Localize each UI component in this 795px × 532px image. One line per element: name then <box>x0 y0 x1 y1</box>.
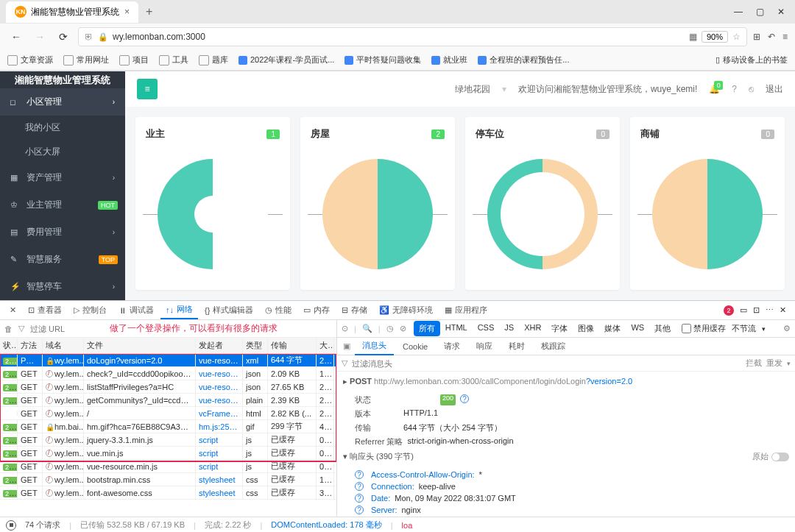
col-initiator[interactable]: 发起者 <box>196 338 243 353</box>
a11y-tab[interactable]: ♿无障碍环境 <box>374 302 438 319</box>
forward-button[interactable]: → <box>31 31 49 43</box>
reload-button[interactable]: ⟳ <box>54 31 72 43</box>
app-tab[interactable]: ▦应用程序 <box>439 302 492 319</box>
new-tab-button[interactable]: + <box>138 5 160 18</box>
inspector-tab[interactable]: ⊡查看器 <box>23 302 67 319</box>
logout-button[interactable]: 退出 <box>766 83 783 96</box>
help-icon[interactable]: ? <box>355 482 364 491</box>
col-method[interactable]: 方法 <box>18 338 43 353</box>
col-type[interactable]: 类型 <box>243 338 268 353</box>
back-button[interactable]: ← <box>7 31 25 43</box>
filter-other[interactable]: 其他 <box>649 321 676 336</box>
network-request-row[interactable]: 200 GET wy.lem... getCommunitys?_uId=ccd… <box>0 394 336 407</box>
bookmark-item[interactable]: 平时答疑问题收集 <box>344 54 421 65</box>
funnel-icon[interactable]: ▽ <box>18 324 24 333</box>
console-tab[interactable]: ▷控制台 <box>68 302 112 319</box>
filter-all[interactable]: 所有 <box>414 321 440 336</box>
close-window-icon[interactable]: ✕ <box>777 7 785 17</box>
filter-media[interactable]: 媒体 <box>599 321 626 336</box>
zoom-level[interactable]: 90% <box>702 31 728 43</box>
funnel-icon[interactable]: ▽ <box>342 358 347 368</box>
bookmark-item[interactable]: 题库 <box>199 54 228 65</box>
debugger-tab[interactable]: ⏸调试器 <box>113 302 159 319</box>
more-icon[interactable]: ⋯ <box>766 305 774 315</box>
request-url-section[interactable]: ▸ POST http://wy.lemonban.com:3000/callC… <box>343 375 789 389</box>
headers-tab[interactable]: 消息头 <box>355 337 394 355</box>
help-icon[interactable]: ? <box>355 470 364 479</box>
sidebar-sub-bigscreen[interactable]: 小区大屏 <box>0 140 125 164</box>
help-icon[interactable]: ? <box>460 394 469 403</box>
stop-icon[interactable] <box>6 520 16 531</box>
responsive-icon[interactable]: ▭ <box>740 305 747 315</box>
filter-headers-input[interactable] <box>352 359 741 368</box>
disable-cache-checkbox[interactable]: 禁用缓存 <box>682 323 726 334</box>
close-devtools-icon[interactable]: ✕ <box>780 305 786 315</box>
settings-icon[interactable]: ⚙ <box>783 324 791 333</box>
trash-icon[interactable]: 🗑 <box>4 324 13 333</box>
filter-font[interactable]: 字体 <box>546 321 573 336</box>
bookmark-star-icon[interactable]: ☆ <box>732 32 741 42</box>
close-tab-icon[interactable]: × <box>124 7 130 17</box>
response-tab[interactable]: 响应 <box>469 338 500 355</box>
col-status[interactable]: 状态 <box>0 338 18 353</box>
history-icon[interactable]: ↶ <box>768 32 775 42</box>
bookmark-item[interactable]: 项目 <box>119 54 149 65</box>
filter-url-input[interactable] <box>30 324 104 333</box>
filter-js[interactable]: JS <box>499 321 519 336</box>
bookmark-item[interactable]: 全程班的课程预告任... <box>478 54 569 65</box>
throttle-select[interactable]: 不节流 <box>732 323 756 334</box>
panel-toggle-icon[interactable]: ▣ <box>340 341 353 351</box>
filter-html[interactable]: HTML <box>440 321 473 336</box>
style-tab[interactable]: {}样式编辑器 <box>199 302 258 319</box>
col-size[interactable]: 大小 <box>317 338 334 353</box>
sidebar-sub-mycommunity[interactable]: 我的小区 <box>0 116 125 140</box>
notification-bell[interactable]: 🔔0 <box>709 84 720 94</box>
response-headers-section[interactable]: ▾ 响应头 (390 字节) <box>343 449 414 464</box>
col-domain[interactable]: 域名 <box>43 338 84 353</box>
sidebar-item-smart[interactable]: ✎智慧服务TOP <box>0 246 125 273</box>
filter-ws[interactable]: WS <box>626 321 649 336</box>
storage-tab[interactable]: ⊟存储 <box>336 302 372 319</box>
clock-icon[interactable]: ◷ <box>386 324 394 333</box>
stack-tab[interactable]: 栈跟踪 <box>534 338 573 355</box>
timing-tab[interactable]: 耗时 <box>501 338 532 355</box>
sidebar-item-owners[interactable]: ♔业主管理HOT <box>0 191 125 219</box>
sidebar-item-fees[interactable]: ▤费用管理› <box>0 219 125 246</box>
help-icon[interactable]: ? <box>355 494 364 503</box>
hamburger-button[interactable]: ≡ <box>137 79 158 99</box>
memory-tab[interactable]: ▭内存 <box>298 302 335 319</box>
minimize-icon[interactable]: — <box>734 7 743 17</box>
mobile-bookmarks[interactable]: ▯移动设备上的书签 <box>716 54 788 65</box>
raw-toggle[interactable]: 原始 <box>752 451 789 462</box>
bookmark-item[interactable]: 就业班 <box>431 54 467 65</box>
network-request-row[interactable]: 200 POST 🔒wy.lem... doLogin?version=2.0 … <box>0 354 336 367</box>
location-label[interactable]: 绿地花园 <box>455 83 490 96</box>
network-request-row[interactable]: 200 GET wy.lem... check?_uId=ccdd00opiko… <box>0 367 336 380</box>
col-file[interactable]: 文件 <box>84 338 196 353</box>
filter-css[interactable]: CSS <box>473 321 500 336</box>
extensions-icon[interactable]: ⊞ <box>753 32 760 42</box>
help-icon[interactable]: ? <box>732 84 737 94</box>
sidebar-item-parking[interactable]: ⚡智慧停车› <box>0 273 125 300</box>
bookmark-item[interactable]: 常用网址 <box>63 54 109 65</box>
devtool-close-icon[interactable]: ✕ <box>4 302 21 318</box>
col-transfer[interactable]: 传输 <box>268 338 317 353</box>
sidebar-item-community[interactable]: □小区管理› <box>0 88 125 116</box>
browser-tab[interactable]: KN 湘能智慧物业管理系统 × <box>6 1 138 23</box>
filter-xhr[interactable]: XHR <box>519 321 546 336</box>
resend-button[interactable]: 重发 <box>766 358 782 369</box>
dock-icon[interactable]: ⊡ <box>753 305 760 315</box>
request-tab[interactable]: 请求 <box>437 338 467 355</box>
bookmark-item[interactable]: 文章资源 <box>7 54 53 65</box>
bookmark-item[interactable]: 2022年课程-学员面试... <box>239 54 334 65</box>
qr-icon[interactable]: ▦ <box>689 32 697 42</box>
maximize-icon[interactable]: ▢ <box>756 7 764 17</box>
logout-icon[interactable]: ⎋ <box>749 84 754 94</box>
help-icon[interactable]: ? <box>355 506 364 514</box>
block-button[interactable]: 拦截 <box>746 358 762 369</box>
menu-icon[interactable]: ≡ <box>782 32 788 42</box>
cookie-tab[interactable]: Cookie <box>395 339 435 354</box>
sidebar-item-assets[interactable]: ▦资产管理› <box>0 164 125 191</box>
search-icon[interactable]: 🔍 <box>362 324 372 333</box>
bookmark-item[interactable]: 工具 <box>159 54 188 65</box>
